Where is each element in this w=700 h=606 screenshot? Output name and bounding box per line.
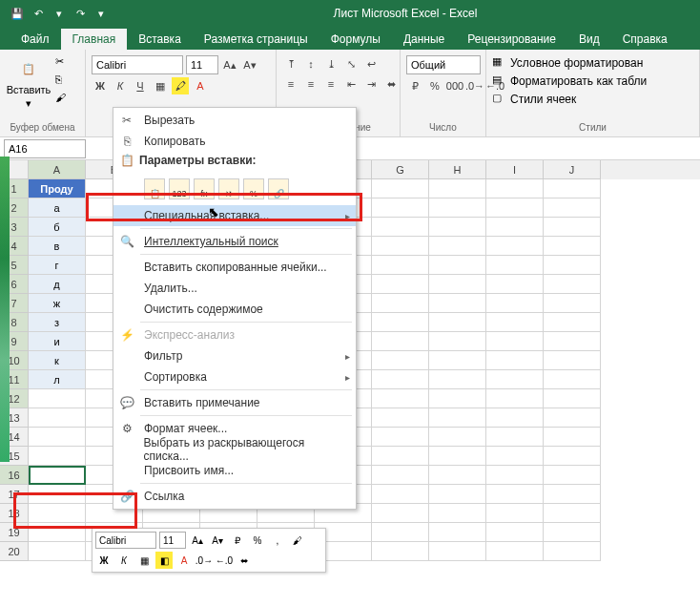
- cell-G3[interactable]: [372, 218, 429, 237]
- cell-I17[interactable]: [486, 485, 544, 504]
- underline-button[interactable]: Ч: [132, 77, 149, 94]
- col-header-H[interactable]: H: [429, 160, 486, 179]
- align-right-icon[interactable]: ≡: [322, 75, 340, 93]
- tab-insert[interactable]: Вставка: [127, 29, 193, 50]
- tab-page-layout[interactable]: Разметка страницы: [193, 29, 319, 50]
- cell-A20[interactable]: [29, 542, 86, 561]
- conditional-formatting-button[interactable]: ▦Условное форматирован: [492, 55, 643, 71]
- mt-percent-icon[interactable]: %: [249, 532, 266, 549]
- decrease-font-icon[interactable]: A▾: [241, 56, 258, 73]
- cell-A11[interactable]: л: [29, 370, 86, 389]
- cell-I9[interactable]: [486, 332, 544, 351]
- mt-decrease-font-icon[interactable]: A▾: [209, 532, 226, 549]
- cell-H18[interactable]: [429, 504, 486, 523]
- cell-A12[interactable]: [29, 389, 86, 408]
- cell-A14[interactable]: [29, 428, 86, 447]
- tab-review[interactable]: Рецензирование: [456, 29, 567, 50]
- tab-home[interactable]: Главная: [61, 29, 128, 50]
- cell-J15[interactable]: [544, 447, 601, 466]
- cell-H19[interactable]: [429, 523, 486, 542]
- cm-pick-from-list[interactable]: Выбрать из раскрывающегося списка...: [113, 439, 356, 460]
- cell-G17[interactable]: [372, 485, 429, 504]
- wrap-text-icon[interactable]: ↩: [362, 55, 380, 73]
- name-box[interactable]: A16: [4, 139, 86, 158]
- cell-I3[interactable]: [486, 218, 544, 237]
- cell-G20[interactable]: [372, 542, 429, 561]
- font-color-button[interactable]: A: [192, 77, 209, 94]
- format-painter-icon[interactable]: 🖌: [55, 92, 71, 107]
- currency-icon[interactable]: ₽: [406, 77, 423, 94]
- tab-file[interactable]: Файл: [10, 29, 61, 50]
- cm-hyperlink[interactable]: 🔗Ссылка: [113, 486, 356, 507]
- format-as-table-button[interactable]: ▤Форматировать как табли: [492, 73, 647, 89]
- mt-fill-color-icon[interactable]: ◧: [155, 552, 173, 569]
- cell-I8[interactable]: [486, 313, 544, 332]
- mt-increase-font-icon[interactable]: A▴: [189, 532, 206, 549]
- align-left-icon[interactable]: ≡: [282, 75, 299, 93]
- cell-H12[interactable]: [429, 389, 486, 408]
- cell-H9[interactable]: [429, 332, 486, 351]
- cell-J13[interactable]: [544, 408, 601, 428]
- cell-J6[interactable]: [544, 275, 601, 294]
- cell-G8[interactable]: [372, 313, 429, 332]
- cell-A8[interactable]: з: [29, 313, 86, 332]
- cell-H20[interactable]: [429, 542, 486, 561]
- qat-save-button[interactable]: 💾: [8, 4, 27, 23]
- cell-J8[interactable]: [544, 313, 601, 332]
- cell-A1[interactable]: Проду: [29, 179, 86, 199]
- paste-button[interactable]: 📋 Вставить ▾: [6, 55, 51, 110]
- decrease-indent-icon[interactable]: ⇤: [342, 75, 360, 93]
- tab-help[interactable]: Справка: [611, 29, 679, 50]
- cell-A9[interactable]: и: [29, 332, 86, 351]
- cell-A15[interactable]: [29, 447, 86, 466]
- cell-I1[interactable]: [486, 179, 544, 199]
- cell-J20[interactable]: [544, 542, 601, 561]
- cell-G11[interactable]: [372, 370, 429, 389]
- cell-H7[interactable]: [429, 294, 486, 313]
- cell-A13[interactable]: [29, 408, 86, 428]
- increase-indent-icon[interactable]: ⇥: [362, 75, 380, 93]
- cell-I10[interactable]: [486, 351, 544, 370]
- cm-cut[interactable]: ✂Вырезать: [113, 110, 356, 131]
- cell-J16[interactable]: [544, 466, 601, 485]
- cell-J9[interactable]: [544, 332, 601, 351]
- cell-G19[interactable]: [372, 523, 429, 542]
- cell-H2[interactable]: [429, 199, 486, 218]
- cell-H17[interactable]: [429, 485, 486, 504]
- cell-I11[interactable]: [486, 370, 544, 389]
- cm-filter[interactable]: Фильтр: [113, 345, 356, 366]
- cut-icon[interactable]: ✂: [55, 55, 71, 71]
- cell-A3[interactable]: б: [29, 218, 86, 237]
- increase-decimal-icon[interactable]: .0→: [466, 77, 484, 94]
- cm-define-name[interactable]: Присвоить имя...: [113, 460, 356, 481]
- cell-H16[interactable]: [429, 466, 486, 485]
- cell-H13[interactable]: [429, 408, 486, 428]
- bold-button[interactable]: Ж: [92, 77, 109, 94]
- cell-G2[interactable]: [372, 199, 429, 218]
- cell-J18[interactable]: [544, 504, 601, 523]
- mt-comma-icon[interactable]: ,: [269, 532, 286, 549]
- cm-insert-copied[interactable]: Вставить скопированные ячейки...: [113, 257, 356, 278]
- mt-font-color-icon[interactable]: A: [175, 552, 193, 569]
- cm-sort[interactable]: Сортировка: [113, 366, 356, 387]
- cell-H14[interactable]: [429, 428, 486, 447]
- font-size-combo[interactable]: 11: [186, 55, 218, 74]
- cell-I19[interactable]: [486, 523, 544, 542]
- cm-clear[interactable]: Очистить содержимое: [113, 299, 356, 320]
- cell-H6[interactable]: [429, 275, 486, 294]
- cell-A7[interactable]: ж: [29, 294, 86, 313]
- mt-font-combo[interactable]: Calibri: [95, 532, 156, 549]
- cell-G16[interactable]: [372, 466, 429, 485]
- cell-I20[interactable]: [486, 542, 544, 561]
- cell-J12[interactable]: [544, 389, 601, 408]
- mt-merge-icon[interactable]: ⬌: [236, 552, 253, 569]
- align-top-icon[interactable]: ⤒: [282, 55, 299, 73]
- cell-G14[interactable]: [372, 428, 429, 447]
- cell-I2[interactable]: [486, 199, 544, 218]
- col-header-J[interactable]: J: [544, 160, 601, 179]
- orientation-icon[interactable]: ⤡: [342, 55, 360, 73]
- cell-A6[interactable]: д: [29, 275, 86, 294]
- cell-A4[interactable]: в: [29, 237, 86, 256]
- cell-I4[interactable]: [486, 237, 544, 256]
- cell-A5[interactable]: г: [29, 256, 86, 275]
